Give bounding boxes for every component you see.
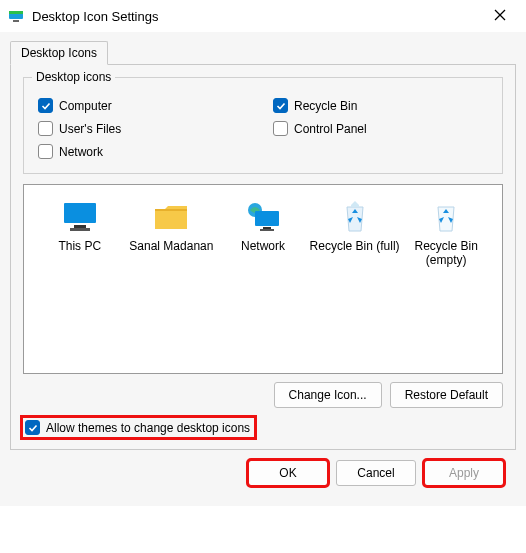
close-icon: [494, 9, 506, 21]
icon-label: Sanal Madanan: [126, 239, 218, 253]
svg-rect-6: [74, 225, 86, 228]
checkmark-icon: [38, 98, 53, 113]
button-label: OK: [279, 466, 296, 480]
svg-rect-7: [70, 228, 90, 231]
close-button[interactable]: [484, 4, 516, 28]
icon-label: Network: [217, 239, 309, 253]
svg-rect-10: [263, 227, 271, 229]
recycle-full-icon: [335, 199, 375, 235]
checkbox-label: Network: [59, 145, 103, 159]
window-title: Desktop Icon Settings: [32, 9, 484, 24]
checkbox-allow-themes[interactable]: Allow themes to change desktop icons: [25, 420, 250, 435]
dialog-footer: OK Cancel Apply: [10, 450, 516, 496]
checkbox-box: [38, 144, 53, 159]
checkmark-icon: [273, 98, 288, 113]
icon-label: Recycle Bin (empty): [400, 239, 492, 268]
checkbox-computer[interactable]: Computer: [38, 98, 253, 113]
restore-default-button[interactable]: Restore Default: [390, 382, 503, 408]
tab-panel: Desktop icons Computer Recycle Bin: [10, 64, 516, 450]
svg-rect-1: [9, 11, 23, 14]
button-label: Cancel: [357, 466, 394, 480]
app-icon: [8, 8, 24, 24]
button-label: Apply: [449, 466, 479, 480]
recycle-empty-icon: [426, 199, 466, 235]
ok-button[interactable]: OK: [248, 460, 328, 486]
checkbox-label: User's Files: [59, 122, 121, 136]
checkbox-label: Control Panel: [294, 122, 367, 136]
svg-rect-11: [260, 229, 274, 231]
checkbox-control-panel[interactable]: Control Panel: [273, 121, 488, 136]
icon-network[interactable]: Network: [217, 199, 309, 253]
tab-label: Desktop Icons: [21, 46, 97, 60]
tabstrip: Desktop Icons: [10, 41, 516, 65]
icon-label: Recycle Bin (full): [309, 239, 401, 253]
checkmark-icon: [25, 420, 40, 435]
network-monitor-icon: [243, 199, 283, 235]
group-legend: Desktop icons: [32, 70, 115, 84]
icon-preview-list: This PC Sanal Madanan: [23, 184, 503, 374]
button-label: Change Icon...: [289, 388, 367, 402]
change-icon-button[interactable]: Change Icon...: [274, 382, 382, 408]
apply-button[interactable]: Apply: [424, 460, 504, 486]
tab-desktop-icons[interactable]: Desktop Icons: [10, 41, 108, 65]
checkbox-label: Recycle Bin: [294, 99, 357, 113]
checkbox-box: [38, 121, 53, 136]
checkbox-label: Allow themes to change desktop icons: [46, 421, 250, 435]
checkbox-label: Computer: [59, 99, 112, 113]
button-label: Restore Default: [405, 388, 488, 402]
monitor-icon: [60, 199, 100, 235]
checkbox-network[interactable]: Network: [38, 144, 253, 159]
cancel-button[interactable]: Cancel: [336, 460, 416, 486]
icon-recycle-empty[interactable]: Recycle Bin (empty): [400, 199, 492, 268]
desktop-icons-group: Desktop icons Computer Recycle Bin: [23, 77, 503, 174]
svg-rect-2: [13, 20, 19, 22]
checkbox-box: [273, 121, 288, 136]
icon-user-folder[interactable]: Sanal Madanan: [126, 199, 218, 253]
folder-icon: [151, 199, 191, 235]
titlebar: Desktop Icon Settings: [0, 0, 526, 32]
icon-this-pc[interactable]: This PC: [34, 199, 126, 253]
svg-rect-5: [64, 203, 96, 223]
checkbox-recyclebin[interactable]: Recycle Bin: [273, 98, 488, 113]
svg-rect-9: [255, 211, 279, 226]
checkbox-users-files[interactable]: User's Files: [38, 121, 253, 136]
icon-recycle-full[interactable]: Recycle Bin (full): [309, 199, 401, 253]
icon-label: This PC: [34, 239, 126, 253]
